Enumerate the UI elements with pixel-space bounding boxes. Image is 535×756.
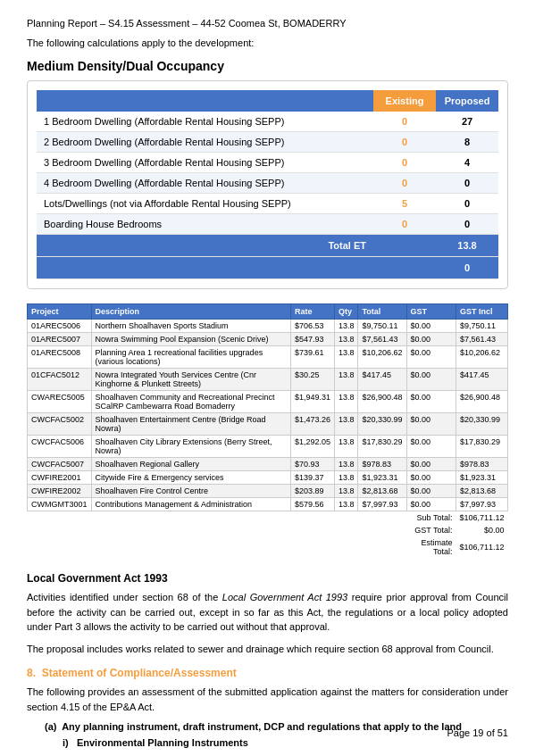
density-row-existing: 0	[373, 112, 436, 132]
fin-cell-10-5: $0.00	[406, 498, 456, 511]
fin-cell-10-6: $7,997.93	[456, 498, 507, 511]
density-row-label: 1 Bedroom Dwelling (Affordable Rental Ho…	[37, 112, 373, 132]
density-col-existing: Existing	[373, 90, 436, 112]
fin-cell-2-6: $10,206.62	[456, 346, 507, 369]
fin-row: CWCFAC5002Shoalhaven Entertainment Centr…	[28, 413, 508, 436]
intro-text: The following calculations apply to the …	[27, 37, 508, 48]
fin-cell-3-0: 01CFAC5012	[28, 369, 92, 391]
fin-cell-7-2: $70.93	[290, 458, 334, 471]
fin-cell-4-0: CWAREC5005	[28, 391, 92, 413]
fin-cell-2-0: 01AREC5008	[28, 346, 92, 369]
sub-i-text: Environmental Planning Instruments	[77, 737, 248, 748]
fin-col-6: GST Incl	[456, 304, 507, 320]
estimate-empty	[28, 536, 407, 558]
fin-cell-0-6: $9,750.11	[456, 320, 507, 333]
fin-cell-6-5: $0.00	[406, 436, 456, 458]
fin-cell-0-1: Northern Shoalhaven Sports Stadium	[91, 320, 290, 333]
density-row-proposed: 0	[436, 194, 498, 214]
fin-cell-2-2: $739.61	[290, 346, 334, 369]
fin-cell-7-5: $0.00	[406, 458, 456, 471]
density-row-proposed: 8	[436, 132, 498, 153]
fin-cell-5-6: $20,330.99	[456, 413, 507, 436]
fin-cell-4-3: 13.8	[334, 391, 358, 413]
density-zero-row: 0	[37, 257, 498, 279]
fin-cell-9-6: $2,813.68	[456, 485, 507, 498]
section-title-medium-density: Medium Density/Dual Occupancy	[27, 59, 508, 73]
gst-empty	[28, 524, 407, 536]
fin-row: CWFIRE2001Citywide Fire & Emergency serv…	[28, 471, 508, 485]
fin-cell-2-3: 13.8	[334, 346, 358, 369]
fin-cell-5-0: CWCFAC5002	[28, 413, 92, 436]
fin-cell-3-6: $417.45	[456, 369, 507, 391]
fin-cell-0-4: $9,750.11	[358, 320, 406, 333]
fin-cell-5-3: 13.8	[334, 413, 358, 436]
fin-row: 01AREC5008Planning Area 1 recreational f…	[28, 346, 508, 369]
fin-cell-8-1: Citywide Fire & Emergency services	[91, 471, 290, 485]
subtotal-empty	[28, 511, 407, 525]
estimate-value: $106,711.12	[456, 536, 507, 558]
section8-title: Statement of Compliance/Assessment	[42, 667, 237, 679]
gst-label: GST Total:	[406, 524, 456, 536]
fin-cell-7-3: 13.8	[334, 458, 358, 471]
fin-cell-5-5: $0.00	[406, 413, 456, 436]
fin-row: CWFIRE2002Shoalhaven Fire Control Centre…	[28, 485, 508, 498]
local-gov-para1: Activities identified under section 68 o…	[27, 590, 508, 635]
medium-density-container: Existing Proposed 1 Bedroom Dwelling (Af…	[27, 80, 508, 289]
fin-cell-9-0: CWFIRE2002	[28, 485, 92, 498]
fin-col-2: Rate	[290, 304, 334, 320]
fin-cell-1-4: $7,561.43	[358, 333, 406, 346]
fin-cell-3-2: $30.25	[290, 369, 334, 391]
fin-cell-7-6: $978.83	[456, 458, 507, 471]
sub-i-heading: i) Environmental Planning Instruments	[63, 737, 508, 748]
density-row: 2 Bedroom Dwelling (Affordable Rental Ho…	[37, 132, 498, 153]
fin-cell-10-4: $7,997.93	[358, 498, 406, 511]
density-row-proposed: 4	[436, 153, 498, 173]
fin-cell-5-2: $1,473.26	[290, 413, 334, 436]
section8-intro: The following provides an assessment of …	[27, 685, 508, 714]
fin-cell-10-1: Contributions Management & Administratio…	[91, 498, 290, 511]
fin-cell-1-5: $0.00	[406, 333, 456, 346]
fin-cell-1-2: $547.93	[290, 333, 334, 346]
fin-cell-0-5: $0.00	[406, 320, 456, 333]
local-gov-para2: The proposal includes works related to s…	[27, 642, 508, 657]
fin-col-3: Qty	[334, 304, 358, 320]
density-row-label: Boarding House Bedrooms	[37, 214, 373, 235]
fin-cell-0-3: 13.8	[334, 320, 358, 333]
local-gov-heading: Local Government Act 1993	[27, 572, 508, 585]
fin-cell-9-3: 13.8	[334, 485, 358, 498]
fin-cell-10-2: $579.56	[290, 498, 334, 511]
fin-row: CWCFAC5007Shoalhaven Regional Gallery$70…	[28, 458, 508, 471]
zero-value: 0	[436, 257, 498, 279]
fin-col-0: Project	[28, 304, 92, 320]
section8-number: 8.	[27, 667, 36, 679]
page-footer: Page 19 of 51	[447, 727, 508, 738]
fin-cell-8-5: $0.00	[406, 471, 456, 485]
fin-cell-6-4: $17,830.29	[358, 436, 406, 458]
fin-cell-3-3: 13.8	[334, 369, 358, 391]
fin-row: CWMGMT3001Contributions Management & Adm…	[28, 498, 508, 511]
density-row-proposed: 27	[436, 112, 498, 132]
sub-a-label: (a)	[45, 721, 56, 732]
sub-a-heading: (a) Any planning instrument, draft instr…	[45, 721, 508, 732]
fin-cell-6-1: Shoalhaven City Library Extensions (Berr…	[91, 436, 290, 458]
fin-cell-6-3: 13.8	[334, 436, 358, 458]
gst-value: $0.00	[456, 524, 507, 536]
density-row-existing: 0	[373, 214, 436, 235]
fin-cell-3-1: Nowra Integrated Youth Services Centre (…	[91, 369, 290, 391]
fin-cell-2-1: Planning Area 1 recreational facilities …	[91, 346, 290, 369]
zero-empty1	[37, 257, 373, 279]
fin-cell-3-5: $0.00	[406, 369, 456, 391]
fin-cell-8-2: $139.37	[290, 471, 334, 485]
fin-cell-6-2: $1,292.05	[290, 436, 334, 458]
estimate-label: Estimate Total:	[406, 536, 456, 558]
fin-cell-4-5: $0.00	[406, 391, 456, 413]
fin-cell-1-1: Nowra Swimming Pool Expansion (Scenic Dr…	[91, 333, 290, 346]
fin-cell-4-1: Shoalhaven Community and Recreational Pr…	[91, 391, 290, 413]
density-row: 3 Bedroom Dwelling (Affordable Rental Ho…	[37, 153, 498, 173]
fin-cell-9-4: $2,813.68	[358, 485, 406, 498]
density-col-proposed: Proposed	[436, 90, 498, 112]
density-row-label: 2 Bedroom Dwelling (Affordable Rental Ho…	[37, 132, 373, 153]
fin-cell-8-3: 13.8	[334, 471, 358, 485]
density-row: Lots/Dwellings (not via Affordable Renta…	[37, 194, 498, 214]
sub-i-label: i)	[63, 737, 69, 748]
